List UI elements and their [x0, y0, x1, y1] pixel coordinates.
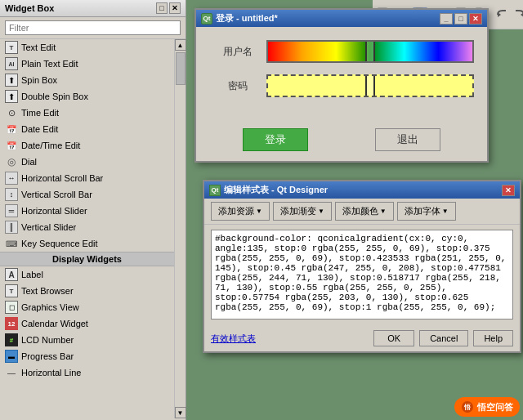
widget-item-calendar[interactable]: 12 Calendar Widget — [0, 315, 174, 332]
style-cancel-button[interactable]: Cancel — [419, 330, 468, 346]
username-row: 用户名 — [209, 40, 474, 63]
display-widgets-category: Display Widgets — [0, 252, 174, 266]
filter-input[interactable] — [5, 20, 181, 35]
login-dialog-body: 用户名 密码 — [196, 27, 487, 122]
widget-item-lcd-number[interactable]: # LCD Number — [0, 332, 174, 348]
label-icon: A — [5, 268, 18, 281]
svg-marker-15 — [498, 12, 501, 17]
add-color-button[interactable]: 添加颜色 — [335, 202, 394, 221]
date-edit-icon: 📅 — [5, 123, 18, 136]
time-edit-icon: ⊙ — [5, 106, 18, 119]
widget-item-dial[interactable]: ◎ Dial — [0, 154, 174, 170]
undo-button[interactable] — [494, 4, 510, 25]
calendar-icon: 12 — [5, 317, 18, 330]
widget-item-key-sequence[interactable]: ⌨ Key Sequence Edit — [0, 235, 174, 252]
key-sequence-icon: ⌨ — [5, 237, 18, 250]
style-dialog-title-left: Qt 编辑样式表 - Qt Designer — [209, 184, 328, 196]
progress-bar-icon: ▬ — [5, 350, 18, 363]
add-font-button[interactable]: 添加字体 — [397, 202, 456, 221]
widget-box-title-text: Widget Box — [5, 3, 54, 13]
watermark: 悟 悟空问答 — [454, 397, 520, 417]
widget-item-horizontal-slider[interactable]: ═ Horizontal Slider — [0, 203, 174, 219]
login-dialog: Qt 登录 - untitled* _ □ ✕ 用户名 密码 — [194, 8, 489, 163]
style-help-button[interactable]: Help — [473, 330, 513, 346]
style-toolbar: 添加资源 添加渐变 添加颜色 添加字体 — [204, 199, 520, 225]
vertical-scroll-icon: ↕ — [5, 188, 18, 201]
widget-item-horizontal-line[interactable]: — Horizontal Line — [0, 364, 174, 381]
text-edit-icon: T — [5, 41, 18, 54]
style-dialog-title-buttons: ✕ — [502, 185, 515, 196]
widget-item-text-edit[interactable]: T Text Edit — [0, 39, 174, 56]
watermark-icon: 悟 — [461, 400, 474, 413]
style-dialog-close[interactable]: ✕ — [502, 185, 515, 196]
filter-row — [0, 17, 186, 39]
style-dialog-title: 编辑样式表 - Qt Designer — [224, 184, 328, 196]
login-dialog-icon: Qt — [201, 13, 212, 25]
add-resource-button[interactable]: 添加资源 — [211, 202, 270, 221]
widget-box: Widget Box □ ✕ T Text Edit AI Plain Text… — [0, 0, 186, 420]
widget-item-time-edit[interactable]: ⊙ Time Edit — [0, 105, 174, 121]
horizontal-slider-icon: ═ — [5, 204, 18, 217]
widget-box-titlebar: Widget Box □ ✕ — [0, 0, 186, 17]
widget-item-datetime-edit[interactable]: 📅 Date/Time Edit — [0, 137, 174, 154]
scrollbar[interactable]: ▲ ▼ — [174, 39, 186, 418]
valid-style-link[interactable]: 有效样式表 — [211, 333, 256, 345]
style-dialog-titlebar: Qt 编辑样式表 - Qt Designer ✕ — [204, 181, 520, 199]
double-spin-box-icon: ⬆ — [5, 90, 18, 103]
widget-item-graphics-view[interactable]: ◻ Graphics View — [0, 299, 174, 315]
widget-list-area: T Text Edit AI Plain Text Edit ⬆ Spin Bo… — [0, 39, 186, 418]
username-field-handle — [365, 42, 375, 61]
login-dialog-title: 登录 - untitled* — [216, 12, 278, 25]
widget-item-label[interactable]: A Label — [0, 266, 174, 283]
horizontal-scroll-icon: ↔ — [5, 172, 18, 185]
login-dialog-titlebar: Qt 登录 - untitled* _ □ ✕ — [196, 10, 487, 27]
widget-item-date-edit[interactable]: 📅 Date Edit — [0, 121, 174, 137]
widget-box-float-button[interactable]: □ — [156, 2, 168, 14]
style-dialog-icon: Qt — [209, 185, 221, 196]
exit-button[interactable]: 退出 — [375, 128, 440, 151]
login-dialog-close[interactable]: ✕ — [469, 13, 482, 25]
widget-item-vertical-scroll[interactable]: ↕ Vertical Scroll Bar — [0, 186, 174, 203]
widget-box-close-button[interactable]: ✕ — [169, 2, 181, 14]
style-dialog: Qt 编辑样式表 - Qt Designer ✕ 添加资源 添加渐变 添加颜色 … — [203, 180, 521, 353]
widget-item-plain-text-edit[interactable]: AI Plain Text Edit — [0, 56, 174, 72]
widget-item-text-browser[interactable]: T Text Browser — [0, 283, 174, 299]
login-dialog-maximize[interactable]: □ — [454, 13, 467, 25]
password-label: 密码 — [209, 79, 266, 93]
graphics-view-icon: ◻ — [5, 301, 18, 314]
username-field[interactable] — [266, 40, 474, 63]
main-canvas: 123 Qt 登录 - untitled* _ □ ✕ 用户名 — [186, 0, 523, 420]
widget-item-progress-bar[interactable]: ▬ Progress Bar — [0, 348, 174, 364]
redo-button[interactable] — [512, 4, 523, 25]
widget-item-vertical-slider[interactable]: ║ Vertical Slider — [0, 219, 174, 235]
spin-box-icon: ⬆ — [5, 74, 18, 87]
style-ok-button[interactable]: OK — [373, 330, 414, 346]
login-dialog-title-left: Qt 登录 - untitled* — [201, 12, 278, 25]
widget-item-horizontal-scroll[interactable]: ↔ Horizontal Scroll Bar — [0, 170, 174, 186]
text-browser-icon: T — [5, 284, 18, 297]
style-footer-buttons: OK Cancel Help — [373, 330, 513, 346]
scroll-thumb[interactable] — [176, 52, 186, 85]
password-field-handle — [365, 76, 375, 96]
scroll-up-arrow[interactable]: ▲ — [175, 39, 186, 51]
widget-list: T Text Edit AI Plain Text Edit ⬆ Spin Bo… — [0, 39, 174, 418]
style-code-editor[interactable]: #background-color: qconicalgradient(cx:0… — [211, 230, 513, 319]
scroll-down-arrow[interactable]: ▼ — [175, 407, 186, 418]
datetime-edit-icon: 📅 — [5, 139, 18, 152]
add-gradient-button[interactable]: 添加渐变 — [273, 202, 332, 221]
vertical-slider-icon: ║ — [5, 221, 18, 234]
password-field[interactable] — [266, 74, 474, 97]
username-label: 用户名 — [209, 45, 266, 59]
dial-icon: ◎ — [5, 155, 18, 168]
plain-text-edit-icon: AI — [5, 57, 18, 70]
widget-item-double-spin-box[interactable]: ⬆ Double Spin Box — [0, 88, 174, 105]
widget-item-spin-box[interactable]: ⬆ Spin Box — [0, 72, 174, 88]
password-row: 密码 — [209, 74, 474, 97]
login-button[interactable]: 登录 — [243, 128, 308, 151]
horizontal-line-icon: — — [5, 366, 18, 379]
login-dialog-title-buttons: _ □ ✕ — [440, 13, 482, 25]
login-dialog-minimize[interactable]: _ — [440, 13, 453, 25]
widget-box-title-buttons: □ ✕ — [156, 2, 181, 14]
lcd-icon: # — [5, 333, 18, 346]
svg-text:悟: 悟 — [463, 404, 472, 411]
